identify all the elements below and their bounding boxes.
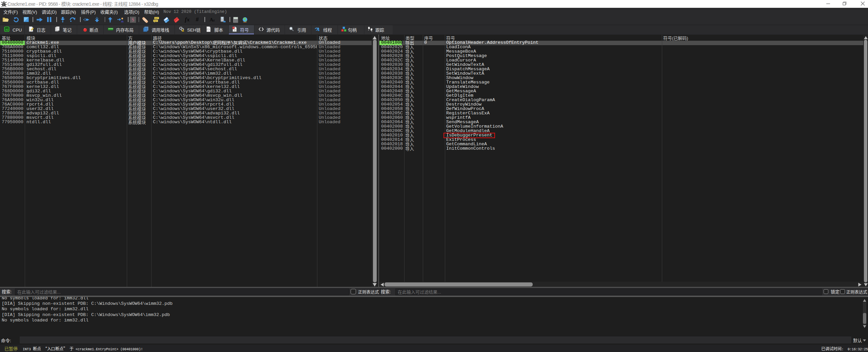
svg-text:32: 32	[5, 28, 8, 31]
svg-text:!: !	[183, 30, 183, 32]
svg-text:S: S	[132, 17, 134, 22]
